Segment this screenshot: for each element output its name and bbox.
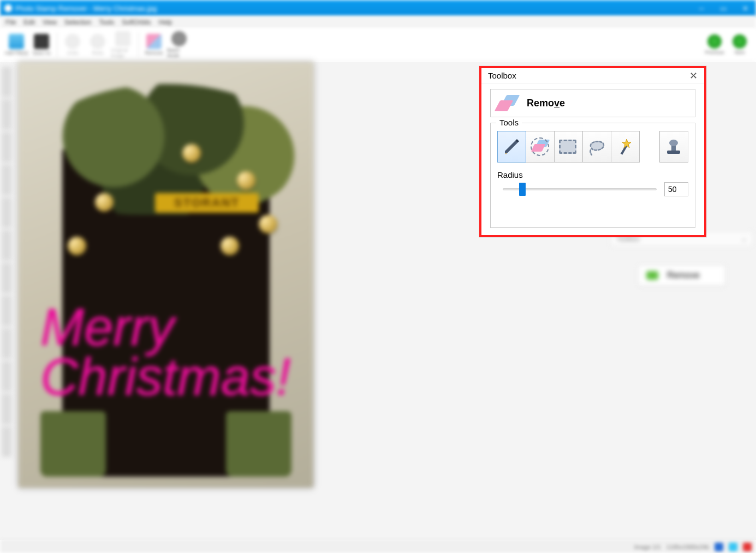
window-title: Photo Stamp Remover - Merry Christmas.jp… <box>15 4 157 13</box>
tool-buttons-row <box>497 131 688 163</box>
magic-wand-icon <box>616 137 634 156</box>
tool-rect-select-button[interactable] <box>554 131 583 163</box>
eraser-select-icon <box>531 137 549 156</box>
toolbox-close-button[interactable]: ✕ <box>687 71 700 81</box>
ribbon-previous[interactable]: Previous <box>703 31 727 59</box>
menu-help[interactable]: Help <box>159 19 172 26</box>
menu-file[interactable]: File <box>5 19 16 26</box>
status-image-index: Image 1/1 <box>634 544 661 550</box>
lasso-icon <box>587 137 606 156</box>
rectangle-select-icon <box>559 140 576 154</box>
radius-slider[interactable] <box>497 182 659 197</box>
chevron-down-icon: ⌄ <box>741 235 747 243</box>
menu-softorbits[interactable]: SoftOrbits <box>122 19 151 26</box>
menu-edit[interactable]: Edit <box>23 19 35 26</box>
previous-icon <box>707 34 722 49</box>
ribbon-next[interactable]: Next <box>728 31 752 59</box>
ribbon-undo[interactable]: Undo <box>61 31 85 59</box>
tool-clone-stamp-button[interactable] <box>659 131 688 163</box>
image-canvas[interactable]: STORANT Merry Christmas! <box>19 62 313 488</box>
add-files-icon <box>9 34 24 49</box>
status-bar: Image 1/1 1185x1900x24b <box>0 540 756 553</box>
tool-eraser-select-button[interactable] <box>526 131 555 163</box>
tool-lasso-button[interactable] <box>582 131 611 163</box>
batch-icon <box>171 31 187 46</box>
thumbnail-strip[interactable] <box>0 62 13 540</box>
save-icon <box>34 34 49 49</box>
social-twitter-icon[interactable] <box>729 543 737 551</box>
svg-marker-2 <box>505 153 507 154</box>
toolbox-mode-header: Remove <box>490 89 695 117</box>
menu-selection[interactable]: Selection <box>64 19 91 26</box>
ribbon-redo[interactable]: Redo <box>86 31 110 59</box>
close-icon: ✕ <box>689 70 698 81</box>
slider-thumb[interactable] <box>519 183 526 196</box>
menu-tools[interactable]: Tools <box>99 19 114 26</box>
eraser-icon <box>497 95 518 111</box>
toolbox-mode-label: Remove <box>527 98 565 109</box>
svg-marker-0 <box>505 141 517 153</box>
status-dimensions: 1185x1900x24b <box>666 544 709 550</box>
original-icon <box>115 31 130 46</box>
window-close-button[interactable]: ✕ <box>734 0 756 16</box>
undo-icon <box>65 34 80 49</box>
ribbon-toolbar: Add File(s) Save As Undo Redo Original I… <box>0 28 756 62</box>
menu-view[interactable]: View <box>43 19 57 26</box>
social-facebook-icon[interactable] <box>715 543 723 551</box>
slider-track <box>503 188 657 190</box>
tools-legend: Tools <box>496 118 522 127</box>
window-titlebar: Photo Stamp Remover - Merry Christmas.jp… <box>0 0 756 16</box>
svg-rect-3 <box>621 145 627 155</box>
clone-stamp-icon <box>664 137 683 156</box>
play-icon <box>646 271 658 280</box>
watermark-text: Merry Christmas! <box>40 302 308 422</box>
tools-fieldset: Tools <box>490 123 695 228</box>
ribbon-remove[interactable]: Remove <box>142 31 166 59</box>
ribbon-original[interactable]: Original Image <box>111 31 135 59</box>
ribbon-batch[interactable]: Batch Mode <box>167 31 191 59</box>
canvas-zone: STORANT Merry Christmas! <box>13 62 347 540</box>
run-remove-button[interactable]: Remove <box>638 265 725 286</box>
social-youtube-icon[interactable] <box>743 543 752 551</box>
svg-rect-5 <box>667 151 680 154</box>
app-icon <box>4 4 12 12</box>
toolbox-titlebar: Toolbox ✕ <box>481 68 704 83</box>
radius-label: Radius <box>497 170 688 179</box>
tool-magic-wand-button[interactable] <box>611 131 640 163</box>
window-maximize-button[interactable]: ▭ <box>712 0 734 16</box>
toolbox-title: Toolbox <box>488 71 516 80</box>
toolbox-panel: Toolbox ✕ Remove Tools <box>481 68 704 235</box>
image-sign-text: STORANT <box>155 193 259 213</box>
ribbon-add-files[interactable]: Add File(s) <box>4 31 28 59</box>
pencil-icon <box>502 137 521 156</box>
svg-point-7 <box>669 140 678 146</box>
right-panel-blurred: Toolbox ⌄ Remove <box>611 231 753 286</box>
ribbon-save-as[interactable]: Save As <box>29 31 53 59</box>
toolbox-callout-highlight: Toolbox ✕ Remove Tools <box>479 66 706 237</box>
eraser-icon <box>146 34 162 49</box>
menu-bar: File Edit View Selection Tools SoftOrbit… <box>0 16 756 28</box>
radius-value-input[interactable] <box>664 182 688 196</box>
tool-marker-button[interactable] <box>497 131 526 163</box>
window-minimize-button[interactable]: ─ <box>690 0 712 16</box>
next-icon <box>733 34 747 49</box>
redo-icon <box>90 34 105 49</box>
